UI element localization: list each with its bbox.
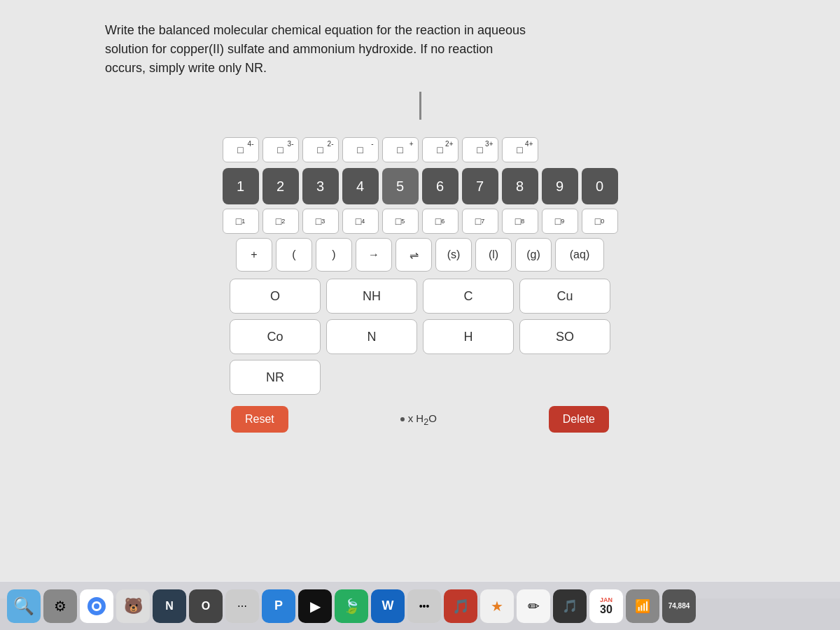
dock-item-leaf[interactable]: 🍃 bbox=[335, 589, 368, 623]
dock-item-finder[interactable]: 🔍 bbox=[7, 589, 41, 623]
subscript-row: □1 □2 □3 □4 □5 □6 □7 □8 □9 □0 bbox=[223, 209, 618, 234]
num-btn-6[interactable]: 6 bbox=[422, 168, 458, 204]
dock-item-star[interactable]: ★ bbox=[480, 589, 514, 623]
number-row: 1 2 3 4 5 6 7 8 9 0 bbox=[223, 168, 618, 204]
dock-item-calculator[interactable]: O bbox=[189, 589, 223, 623]
svg-point-2 bbox=[94, 603, 99, 609]
dock-item-music[interactable]: 🎵 bbox=[444, 589, 477, 623]
sup-btn-3plus[interactable]: □3+ bbox=[462, 137, 498, 162]
sup-btn-2plus[interactable]: □2+ bbox=[422, 137, 458, 162]
dock-item-wifi[interactable]: 📶 bbox=[626, 589, 659, 623]
sup-btn-plus[interactable]: □+ bbox=[382, 137, 419, 162]
dock-item-pencil[interactable]: ✏ bbox=[517, 589, 550, 623]
symbol-row: + ( ) → ⇌ (s) (l) (g) (aq) bbox=[236, 238, 604, 272]
elem-btn-C[interactable]: C bbox=[423, 279, 514, 314]
num-btn-5[interactable]: 5 bbox=[382, 168, 419, 204]
sub-btn-1[interactable]: □1 bbox=[223, 209, 259, 234]
sym-btn-aqueous[interactable]: (aq) bbox=[555, 238, 604, 272]
dock-item-w-app[interactable]: W bbox=[371, 589, 405, 623]
sub-btn-6[interactable]: □6 bbox=[422, 209, 458, 234]
dot-icon bbox=[400, 417, 405, 421]
superscript-row: □4- □3- □2- □- □+ □2+ □3+ □4+ bbox=[223, 137, 538, 162]
divider bbox=[419, 92, 421, 120]
num-btn-2[interactable]: 2 bbox=[262, 168, 299, 204]
num-btn-3[interactable]: 3 bbox=[302, 168, 339, 204]
elem-btn-O[interactable]: O bbox=[230, 279, 321, 314]
reset-button[interactable]: Reset bbox=[231, 406, 288, 433]
elem-btn-NR[interactable]: NR bbox=[230, 360, 321, 395]
sym-btn-open-paren[interactable]: ( bbox=[276, 238, 312, 272]
dock-item-photos[interactable]: 🐻 bbox=[116, 589, 150, 623]
sub-btn-8[interactable]: □8 bbox=[502, 209, 538, 234]
sub-btn-4[interactable]: □4 bbox=[342, 209, 379, 234]
sub-btn-9[interactable]: □9 bbox=[542, 209, 578, 234]
dock-item-dots[interactable]: ⋯ bbox=[225, 589, 259, 623]
elem-btn-SO[interactable]: SO bbox=[519, 319, 610, 354]
dock-item-settings[interactable]: ⚙ bbox=[43, 589, 77, 623]
sub-btn-0[interactable]: □0 bbox=[582, 209, 618, 234]
keyboard-area: □4- □3- □2- □- □+ □2+ □3+ □4+ 1 2 3 4 5 … bbox=[223, 137, 618, 433]
dock-item-calendar[interactable]: JAN 30 bbox=[589, 589, 623, 623]
sup-btn-4minus[interactable]: □4- bbox=[223, 137, 259, 162]
num-btn-0[interactable]: 0 bbox=[582, 168, 618, 204]
num-btn-9[interactable]: 9 bbox=[542, 168, 578, 204]
elem-btn-Cu[interactable]: Cu bbox=[519, 279, 610, 314]
sym-btn-equilibrium[interactable]: ⇌ bbox=[396, 238, 432, 272]
num-btn-7[interactable]: 7 bbox=[462, 168, 498, 204]
sub-btn-5[interactable]: □5 bbox=[382, 209, 419, 234]
sym-btn-gas[interactable]: (g) bbox=[515, 238, 552, 272]
dock-item-dots2[interactable]: ••• bbox=[407, 589, 441, 623]
sym-btn-arrow[interactable]: → bbox=[356, 238, 392, 272]
main-content: Write the balanced molecular chemical eq… bbox=[0, 0, 840, 598]
dock-item-p-app[interactable]: P bbox=[262, 589, 295, 623]
num-btn-1[interactable]: 1 bbox=[223, 168, 259, 204]
sub-btn-2[interactable]: □2 bbox=[262, 209, 299, 234]
chrome-icon bbox=[87, 596, 106, 616]
sup-btn-3minus[interactable]: □3- bbox=[262, 137, 299, 162]
sym-btn-solid[interactable]: (s) bbox=[435, 238, 472, 272]
water-label: x H2O bbox=[408, 412, 437, 427]
sym-btn-liquid[interactable]: (l) bbox=[475, 238, 512, 272]
dock: 🔍 ⚙ 🐻 N O ⋯ P ▶ 🍃 W ••• 🎵 ★ ✏ 🎵 JAN 30 📶… bbox=[0, 581, 840, 630]
dock-item-music2[interactable]: 🎵 bbox=[553, 589, 587, 623]
sup-btn-2minus[interactable]: □2- bbox=[302, 137, 339, 162]
sup-btn-minus[interactable]: □- bbox=[342, 137, 379, 162]
water-formula: x H2O bbox=[400, 412, 437, 427]
dock-item-notes[interactable]: N bbox=[153, 589, 186, 623]
elem-btn-N[interactable]: N bbox=[326, 319, 417, 354]
num-btn-4[interactable]: 4 bbox=[342, 168, 379, 204]
dock-item-74[interactable]: 74,884 bbox=[662, 589, 696, 623]
elem-btn-NH[interactable]: NH bbox=[326, 279, 417, 314]
sym-btn-close-paren[interactable]: ) bbox=[316, 238, 352, 272]
elem-btn-H[interactable]: H bbox=[423, 319, 514, 354]
sub-btn-7[interactable]: □7 bbox=[462, 209, 498, 234]
dock-item-chrome[interactable] bbox=[80, 589, 113, 623]
sym-btn-plus[interactable]: + bbox=[236, 238, 272, 272]
element-grid: O NH C Cu Co N H SO NR bbox=[230, 279, 610, 395]
delete-button[interactable]: Delete bbox=[549, 406, 609, 433]
sup-btn-4plus[interactable]: □4+ bbox=[502, 137, 538, 162]
num-btn-8[interactable]: 8 bbox=[502, 168, 538, 204]
question-text: Write the balanced molecular chemical eq… bbox=[105, 21, 526, 78]
elem-btn-Co[interactable]: Co bbox=[230, 319, 321, 354]
sub-btn-3[interactable]: □3 bbox=[302, 209, 339, 234]
dock-item-video[interactable]: ▶ bbox=[298, 589, 332, 623]
